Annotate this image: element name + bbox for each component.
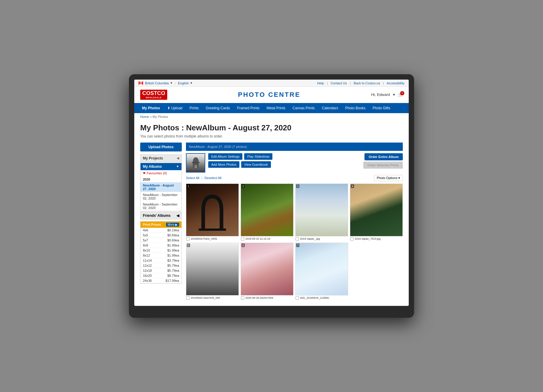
price-8x12: $1.99ea	[167, 254, 179, 257]
photo-thumb-6[interactable]: 6	[241, 243, 293, 295]
photo-thumb-4[interactable]: 4	[350, 184, 403, 236]
nav-canvas-prints[interactable]: Canvas Prints	[289, 103, 318, 113]
my-projects-section: My Projects ◀	[140, 154, 182, 162]
nav-metal-prints[interactable]: Metal Prints	[263, 103, 289, 113]
photo-label-3: 2019-Japan_.jpg	[295, 237, 320, 241]
photo-options-arrow-icon: ▾	[398, 176, 400, 180]
album-item-3[interactable]: NewAlbum - September 02, 2020	[141, 201, 181, 211]
size-11x14: 11x14	[143, 259, 152, 262]
cart-badge: 0	[400, 91, 404, 95]
view-guestbook-button[interactable]: View Guestbook	[241, 161, 271, 168]
album-controls-area: Edit Album Settings Play Slideshow Add M…	[208, 153, 360, 168]
edit-album-settings-button[interactable]: Edit Album Settings	[208, 153, 242, 160]
photo-checkbox-1[interactable]	[186, 237, 190, 241]
cart-icon-area[interactable]: 🛒 0	[398, 92, 403, 97]
photo-checkbox-6[interactable]	[241, 296, 244, 300]
price-row-5x5: 5x5 $0.69ea	[141, 233, 181, 238]
photo-num-5: 5	[187, 244, 190, 247]
photo-name-6: 2020-08-26-092927656	[245, 296, 273, 299]
photo-thumb-7[interactable]: 7	[295, 243, 348, 295]
my-projects-header[interactable]: My Projects ◀	[141, 155, 181, 162]
print-prices-label: Print Prices	[143, 223, 161, 226]
main-content: My Photos : NewAlbum - August 27, 2020 Y…	[134, 120, 409, 306]
more-button[interactable]: More ▶	[166, 223, 179, 227]
accessibility-link[interactable]: Accessibility	[387, 81, 405, 85]
site-header: COSTCO WHOLESALE PHOTO CENTRE Hi, Edward…	[134, 87, 409, 103]
utility-left: 🇨🇦 British Columbia ▾ | English ▾	[138, 81, 192, 85]
order-buttons: Order Entire Album Order Selected Prints	[363, 153, 403, 169]
photo-options-label: Photo Options	[377, 176, 397, 180]
print-prices-header: Print Prices More ▶	[141, 222, 181, 228]
user-arrow-icon: ▾	[393, 92, 395, 97]
site-title: PHOTO CENTRE	[167, 91, 371, 99]
nav-prints[interactable]: Prints	[186, 103, 202, 113]
header-right: Hi, Edward ▾ 🛒 0	[371, 92, 403, 97]
logo-area: COSTCO WHOLESALE	[140, 90, 167, 99]
friends-albums-header[interactable]: Friends' Albums ◀	[140, 212, 182, 219]
favourites-label: Favourites (0)	[147, 171, 167, 175]
order-selected-prints-button: Order Selected Prints	[363, 162, 403, 169]
page-subtitle: You can select photos from multiple albu…	[140, 134, 403, 138]
photo-checkbox-3[interactable]	[296, 237, 299, 241]
price-row-5x7: 5x7 $0.69ea	[141, 238, 181, 243]
photo-checkbox-5[interactable]	[186, 296, 190, 300]
order-entire-album-button[interactable]: Order Entire Album	[364, 153, 403, 160]
album-buttons-row-2: Add More Photos View Guestbook	[208, 161, 360, 168]
price-12x18: $5.79ea	[167, 269, 179, 272]
page-title: My Photos : NewAlbum - August 27, 2020	[140, 123, 403, 132]
nav-my-photos[interactable]: My Photos	[138, 103, 164, 113]
photo-checkbox-7[interactable]	[296, 296, 299, 300]
play-slideshow-button[interactable]: Play Slideshow	[244, 153, 272, 160]
photo-name-4: 2019-Japan_7523.jpg	[355, 237, 381, 240]
deselect-all-link[interactable]: Deselect All	[204, 176, 221, 180]
nav-photo-books[interactable]: Photo Books	[342, 103, 369, 113]
region-selector[interactable]: British Columbia	[145, 81, 169, 85]
price-16x20: $8.79ea	[167, 274, 179, 277]
back-to-costco-link[interactable]: Back to Costco.ca	[354, 81, 380, 85]
list-item: 5 20190920-NewYork_085	[186, 243, 239, 300]
album-item-2[interactable]: NewAlbum - September 02, 2020	[141, 192, 181, 201]
nav-greeting-cards[interactable]: Greeting Cards	[202, 103, 233, 113]
price-11x14: $3.79ea	[167, 259, 179, 262]
album-item-1[interactable]: NewAlbum - August 27, 2020	[141, 182, 181, 192]
photo-thumb-2[interactable]: 2	[241, 184, 293, 236]
nav-photo-gifts[interactable]: Photo Gifts	[369, 103, 394, 113]
album-top-row: Edit Album Settings Play Slideshow Add M…	[186, 153, 403, 173]
photo-thumb-5[interactable]: 5	[186, 243, 239, 295]
language-selector[interactable]: English	[178, 81, 189, 85]
help-link[interactable]: Help	[317, 81, 324, 85]
photo-wrapper-1: 1	[186, 184, 239, 236]
utility-bar: 🇨🇦 British Columbia ▾ | English ▾ Help |…	[134, 80, 409, 87]
photo-checkbox-4[interactable]	[350, 237, 353, 241]
price-5x7: $0.69ea	[167, 238, 179, 242]
size-8x8: 8x8	[143, 244, 148, 247]
list-item: 1 20180915-Paris_3355	[186, 184, 239, 241]
price-row-16x20: 16x20 $8.79ea	[141, 273, 181, 278]
costco-logo: COSTCO WHOLESALE	[140, 90, 167, 99]
heart-icon: ❤	[143, 171, 146, 175]
photo-options-button[interactable]: Photo Options ▾	[374, 175, 403, 181]
list-item: 7 IMG_20180918_123856.	[295, 243, 348, 300]
photo-thumb-3[interactable]: 3	[295, 184, 348, 236]
contact-link[interactable]: Contact Us	[331, 81, 347, 85]
size-5x5: 5x5	[143, 233, 148, 237]
breadcrumb-home[interactable]: Home	[140, 115, 149, 118]
price-12x12: $5.79ea	[167, 264, 179, 267]
nav-framed-prints[interactable]: Framed Prints	[233, 103, 263, 113]
photo-num-2: 2	[241, 184, 245, 188]
photo-checkbox-2[interactable]	[241, 237, 244, 241]
upload-photos-button[interactable]: Upload Photos	[140, 143, 182, 151]
nav-upload[interactable]: ⬆ Upload	[164, 103, 186, 113]
select-all-link[interactable]: Select All	[186, 176, 199, 180]
photo-num-7: 7	[296, 244, 299, 247]
nav-calendars[interactable]: Calendars	[318, 103, 342, 113]
album-thumbnail	[186, 153, 205, 173]
my-albums-header[interactable]: My Albums ▼	[141, 163, 181, 170]
photo-wrapper-2: 2	[241, 184, 293, 236]
photo-wrapper-7: 7	[295, 243, 348, 295]
photo-thumb-1[interactable]: 1	[186, 184, 239, 236]
friends-albums-arrow-icon: ◀	[176, 214, 179, 218]
add-more-photos-button[interactable]: Add More Photos	[208, 161, 239, 168]
favourites-item[interactable]: ❤ Favourites (0)	[141, 170, 181, 176]
price-row-8x8: 8x8 $1.99ea	[141, 243, 181, 248]
